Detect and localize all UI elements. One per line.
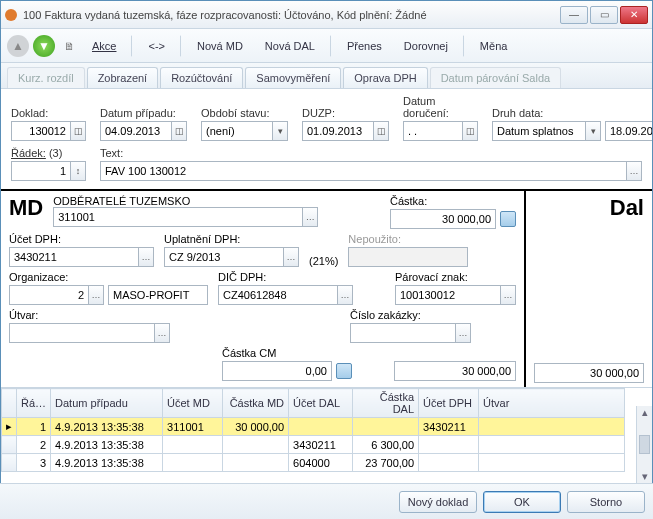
dicdph-input[interactable]: CZ40612848 bbox=[218, 285, 338, 305]
tab-zobrazeni[interactable]: Zobrazení bbox=[87, 67, 159, 88]
table-row[interactable]: ▸14.9.2013 13:35:3831100130 000,00343021… bbox=[2, 418, 625, 436]
col-utvar[interactable]: Útvar bbox=[479, 389, 625, 418]
calendar-icon[interactable]: ◫ bbox=[462, 121, 478, 141]
calendar-icon[interactable]: ◫ bbox=[171, 121, 187, 141]
dropdown-icon[interactable]: ▾ bbox=[272, 121, 288, 141]
tab-rozuctovani[interactable]: Rozúčtování bbox=[160, 67, 243, 88]
ellipsis-icon[interactable]: … bbox=[88, 285, 104, 305]
panel-dal: Dal 30 000,00 bbox=[526, 191, 652, 387]
col-radek[interactable]: Řá… bbox=[17, 389, 51, 418]
col-castkadal[interactable]: Částka DAL bbox=[353, 389, 419, 418]
druh-select[interactable]: Datum splatnos bbox=[492, 121, 586, 141]
prenes-button[interactable]: Přenes bbox=[338, 35, 391, 57]
organizace-label: Organizace: bbox=[9, 271, 208, 283]
utvar-label: Útvar: bbox=[9, 309, 170, 321]
obdobi-label: Období stavu: bbox=[201, 107, 288, 119]
odberatele-label: ODBĚRATELÉ TUZEMSKO bbox=[53, 195, 380, 207]
col-ucetmd[interactable]: Účet MD bbox=[163, 389, 223, 418]
dorovnej-button[interactable]: Dorovnej bbox=[395, 35, 457, 57]
akce-menu[interactable]: Akce bbox=[83, 35, 125, 57]
scroll-up-icon[interactable]: ▴ bbox=[637, 406, 652, 419]
ok-button[interactable]: OK bbox=[483, 491, 561, 513]
close-button[interactable]: ✕ bbox=[620, 6, 648, 24]
duzp-input[interactable]: 01.09.2013 bbox=[302, 121, 374, 141]
header-row-1: Doklad: 130012◫ Datum případu: 04.09.201… bbox=[1, 89, 652, 143]
ellipsis-icon[interactable]: … bbox=[455, 323, 471, 343]
arrows-button[interactable]: <-> bbox=[139, 35, 174, 57]
cislozak-input[interactable] bbox=[350, 323, 456, 343]
uplatneni-pct: (21%) bbox=[309, 255, 338, 267]
header-row-2: Řádek: (3) 1↕ Text: FAV 100 130012… bbox=[1, 143, 652, 189]
castkacm-input[interactable]: 0,00 bbox=[222, 361, 332, 381]
detail-table: Řá… Datum případu Účet MD Částka MD Účet… bbox=[1, 387, 652, 483]
obdobi-input[interactable]: (není) bbox=[201, 121, 273, 141]
ucetdph-input[interactable]: 3430211 bbox=[9, 247, 139, 267]
dicdph-label: DIČ DPH: bbox=[218, 271, 353, 283]
org-num-input[interactable]: 2 bbox=[9, 285, 89, 305]
document-icon[interactable]: 🗎 bbox=[59, 36, 79, 56]
nova-dal-button[interactable]: Nová DAL bbox=[256, 35, 324, 57]
tab-datum-salda: Datum párování Salda bbox=[430, 67, 561, 88]
org-name-input[interactable]: MASO-PROFIT bbox=[108, 285, 208, 305]
datum-doruceni-input[interactable]: . . bbox=[403, 121, 463, 141]
minimize-button[interactable]: — bbox=[560, 6, 588, 24]
mena-button[interactable]: Měna bbox=[471, 35, 517, 57]
doklad-input[interactable]: 130012 bbox=[11, 121, 71, 141]
dal-heading: Dal bbox=[534, 195, 644, 221]
window-title: 100 Faktura vydaná tuzemská, fáze rozpra… bbox=[23, 9, 560, 21]
scroll-down-icon[interactable]: ▾ bbox=[637, 470, 652, 483]
row-selector-header[interactable] bbox=[2, 389, 17, 418]
text-input[interactable]: FAV 100 130012 bbox=[100, 161, 627, 181]
ellipsis-icon[interactable]: … bbox=[138, 247, 154, 267]
toolbar: ▲ ▼ 🗎 Akce <-> Nová MD Nová DAL Přenes D… bbox=[1, 29, 652, 63]
panel-md: MD ODBĚRATELÉ TUZEMSKO 311001… Částka: 3… bbox=[1, 191, 526, 387]
nav-forward-button[interactable]: ▼ bbox=[33, 35, 55, 57]
storno-button[interactable]: Storno bbox=[567, 491, 645, 513]
ellipsis-icon[interactable]: … bbox=[283, 247, 299, 267]
col-datum[interactable]: Datum případu bbox=[51, 389, 163, 418]
ellipsis-icon[interactable]: … bbox=[154, 323, 170, 343]
doklad-label: Doklad: bbox=[11, 107, 86, 119]
uplatneni-label: Uplatnění DPH: bbox=[164, 233, 240, 245]
dal-amount: 30 000,00 bbox=[534, 363, 644, 383]
parovaci-input[interactable]: 100130012 bbox=[395, 285, 501, 305]
nova-md-button[interactable]: Nová MD bbox=[188, 35, 252, 57]
radek-label: Řádek: bbox=[11, 147, 46, 159]
dropdown-icon[interactable]: ▾ bbox=[585, 121, 601, 141]
ucetdph-label: Účet DPH: bbox=[9, 233, 154, 245]
col-castkamd[interactable]: Částka MD bbox=[223, 389, 289, 418]
scrollbar[interactable]: ▴ ▾ bbox=[636, 406, 652, 483]
ellipsis-icon[interactable]: … bbox=[337, 285, 353, 305]
castkacm-label: Částka CM bbox=[222, 347, 352, 359]
odberatele-input[interactable]: 311001 bbox=[53, 207, 303, 227]
calendar-icon[interactable]: ◫ bbox=[373, 121, 389, 141]
maximize-button[interactable]: ▭ bbox=[590, 6, 618, 24]
nepouzito-input bbox=[348, 247, 468, 267]
uplatneni-input[interactable]: CZ 9/2013 bbox=[164, 247, 284, 267]
col-ucetdph[interactable]: Účet DPH bbox=[419, 389, 479, 418]
table-row[interactable]: 34.9.2013 13:35:3860400023 700,00 bbox=[2, 454, 625, 472]
radek-input[interactable]: 1 bbox=[11, 161, 71, 181]
tab-oprava-dph[interactable]: Oprava DPH bbox=[343, 67, 427, 88]
table-row[interactable]: 24.9.2013 13:35:3834302116 300,00 bbox=[2, 436, 625, 454]
datum-pripadu-input[interactable]: 04.09.2013 bbox=[100, 121, 172, 141]
radek-stepper-icon[interactable]: ↕ bbox=[70, 161, 86, 181]
tab-samovymereni[interactable]: Samovyměření bbox=[245, 67, 341, 88]
novy-doklad-button[interactable]: Nový doklad bbox=[399, 491, 477, 513]
datum-doruceni-label: Datum doručení: bbox=[403, 95, 478, 119]
calculator-icon[interactable] bbox=[500, 211, 516, 227]
calculator-icon[interactable] bbox=[336, 363, 352, 379]
col-ucetdal[interactable]: Účet DAL bbox=[289, 389, 353, 418]
castka2-display: 30 000,00 bbox=[394, 361, 516, 381]
doklad-picker-icon[interactable]: ◫ bbox=[70, 121, 86, 141]
ellipsis-icon[interactable]: … bbox=[500, 285, 516, 305]
ellipsis-icon[interactable]: … bbox=[302, 207, 318, 227]
druh-date-input[interactable]: 18.09.2013 bbox=[605, 121, 653, 141]
md-heading: MD bbox=[9, 195, 43, 221]
ellipsis-icon[interactable]: … bbox=[626, 161, 642, 181]
app-icon bbox=[5, 9, 17, 21]
scroll-thumb[interactable] bbox=[639, 435, 650, 454]
castka-input[interactable]: 30 000,00 bbox=[390, 209, 496, 229]
nav-back-button[interactable]: ▲ bbox=[7, 35, 29, 57]
utvar-input[interactable] bbox=[9, 323, 155, 343]
